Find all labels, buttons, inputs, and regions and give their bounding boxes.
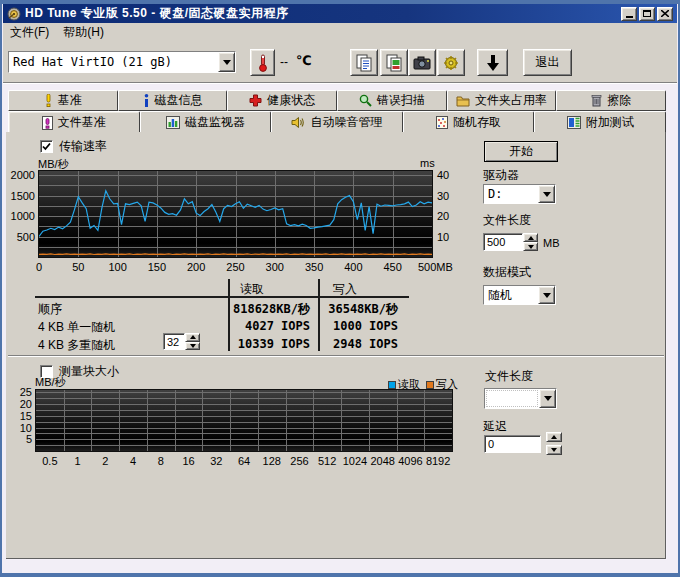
screenshot-button[interactable] <box>408 49 436 76</box>
target-drive-select[interactable]: D: <box>483 184 556 204</box>
file-length-down-button[interactable] <box>523 242 538 251</box>
tab-error-scan[interactable]: 错误扫描 <box>337 90 447 111</box>
axis-tick-label: 0 <box>24 261 54 273</box>
thermometer-icon <box>258 54 268 72</box>
queue-depth-up-button[interactable] <box>185 333 200 342</box>
copy-text-button[interactable] <box>350 49 378 76</box>
chevron-down-icon <box>543 293 551 298</box>
tab-label: 附加测试 <box>586 114 634 131</box>
axis-tick-label: 128 <box>257 455 287 467</box>
options-button[interactable] <box>437 49 465 76</box>
file-length-value[interactable]: 500 <box>483 233 523 251</box>
axis-tick-label: 15 <box>10 410 32 422</box>
delay-down-button[interactable] <box>546 445 562 455</box>
health-cross-icon <box>249 94 262 107</box>
spin-up-icon <box>551 435 557 439</box>
drive-select[interactable]: Red Hat VirtIO (21 gB) <box>8 51 236 73</box>
row-4k-single-write: 1000 IOPS <box>288 319 398 333</box>
minimize-button[interactable] <box>621 7 637 21</box>
menu-help[interactable]: 帮助(H) <box>56 23 111 42</box>
start-button[interactable]: 开始 <box>484 141 558 162</box>
queue-depth-down-button[interactable] <box>185 342 200 351</box>
block-file-length-select[interactable]: 64 KB <box>484 388 557 409</box>
temperature-button[interactable] <box>250 49 275 76</box>
tab-label: 自动噪音管理 <box>310 114 382 131</box>
delay-label: 延迟 <box>483 418 507 435</box>
axis-tick-label: 20 <box>10 398 32 410</box>
toolbar-separator <box>3 82 677 84</box>
speaker-icon <box>291 116 305 129</box>
tab-extra-tests[interactable]: 附加测试 <box>534 111 666 133</box>
file-benchmark-icon <box>42 116 53 130</box>
axis-tick-label: 450 <box>378 261 408 273</box>
tab-label: 随机存取 <box>453 114 501 131</box>
tab-folder-usage[interactable]: 文件夹占用率 <box>447 90 557 111</box>
down-arrow-icon <box>487 55 499 71</box>
file-length-spinner[interactable]: 500 <box>483 233 538 251</box>
axis-tick-label: 250 <box>221 261 251 273</box>
tab-row-back: 基准 磁盘信息 健康状态 错误扫描 <box>8 90 666 111</box>
drive-label: 驱动器 <box>483 167 519 184</box>
axis-tick-label: 1 <box>63 455 93 467</box>
drive-select-arrow[interactable] <box>218 52 235 72</box>
axis-tick-label: 150 <box>142 261 172 273</box>
tab-disk-info[interactable]: 磁盘信息 <box>118 90 228 111</box>
read-header: 读取 <box>240 281 264 298</box>
axis-tick-label: 50 <box>63 261 93 273</box>
temperature-unit: ℃ <box>296 53 312 68</box>
maximize-button[interactable] <box>639 7 655 21</box>
delay-input[interactable]: 0 <box>484 435 541 453</box>
title-bar[interactable]: HD Tune 专业版 5.50 - 硬盘/固态硬盘实用程序 <box>3 4 677 23</box>
spin-down-icon <box>528 245 534 249</box>
block-file-length-label: 文件长度 <box>485 368 533 385</box>
axis-tick-label: 500 <box>7 231 35 243</box>
tab-aam[interactable]: 自动噪音管理 <box>271 111 403 133</box>
tab-label: 健康状态 <box>267 92 315 109</box>
close-button[interactable] <box>657 7 673 21</box>
axis-tick-label: 0.5 <box>35 455 65 467</box>
tab-random-access[interactable]: 随机存取 <box>403 111 535 133</box>
menu-file[interactable]: 文件(F) <box>3 23 56 42</box>
tab-label: 基准 <box>58 92 82 109</box>
target-drive-arrow[interactable] <box>538 185 555 203</box>
tab-file-benchmark[interactable]: 文件基准 <box>8 111 140 133</box>
disk-monitor-icon <box>166 116 180 129</box>
copy-image-button[interactable] <box>380 49 408 76</box>
queue-depth-value[interactable]: 32 <box>163 333 185 350</box>
file-length-up-button[interactable] <box>523 233 538 242</box>
transfer-rate-checkbox-row: 传输速率 <box>40 138 107 155</box>
section-separator <box>8 355 664 357</box>
axis-tick-label: 256 <box>284 455 314 467</box>
tab-disk-monitor[interactable]: 磁盘监视器 <box>140 111 272 133</box>
axis-tick-label: 10 <box>437 231 449 243</box>
tab-label: 磁盘信息 <box>155 92 203 109</box>
data-mode-select[interactable]: 随机 <box>483 285 556 305</box>
delay-up-button[interactable] <box>546 432 562 442</box>
axis-tick-label: 512 <box>312 455 342 467</box>
block-file-length-arrow[interactable] <box>539 389 556 408</box>
erase-trash-icon <box>591 94 602 107</box>
row-sequential-label: 顺序 <box>38 301 62 318</box>
transfer-rate-checkbox[interactable] <box>40 140 53 153</box>
axis-tick-label: 10 <box>10 422 32 434</box>
transfer-rate-label: 传输速率 <box>59 138 107 155</box>
exit-button[interactable]: 退出 <box>523 49 572 76</box>
axis-tick-label: 25 <box>10 386 32 398</box>
spin-down-icon <box>190 344 196 348</box>
save-results-button[interactable] <box>477 49 508 76</box>
minimize-icon <box>626 16 633 18</box>
spin-up-icon <box>190 335 196 339</box>
chevron-down-icon <box>543 192 551 197</box>
tab-benchmark[interactable]: 基准 <box>8 90 118 111</box>
exit-button-label: 退出 <box>536 54 560 71</box>
block-file-length-value: 64 KB <box>485 389 539 408</box>
write-legend-swatch <box>426 381 434 389</box>
queue-depth-spinner[interactable]: 32 <box>163 333 200 350</box>
block-size-chart: 5101520250.51248163264128256512102420484… <box>35 389 453 452</box>
file-length-label: 文件长度 <box>483 212 531 229</box>
tab-erase[interactable]: 擦除 <box>556 90 666 111</box>
axis-tick-label: 100 <box>103 261 133 273</box>
row-sequential-write: 36548KB/秒 <box>288 301 398 318</box>
tab-health[interactable]: 健康状态 <box>227 90 337 111</box>
data-mode-arrow[interactable] <box>538 286 555 304</box>
